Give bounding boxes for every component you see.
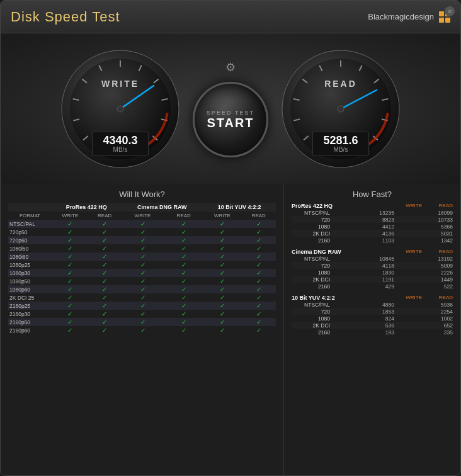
table-row: NTSC/PAL ✓ ✓ ✓ ✓ ✓ ✓ (8, 220, 276, 228)
fast-row-label: 1080 (292, 224, 333, 230)
format-label: 720p50 (8, 228, 52, 236)
read-value: 5281.6 (319, 135, 362, 146)
fast-row-read: 5009 (424, 263, 453, 269)
fast-row-read: 13192 (424, 256, 453, 262)
list-item: NTSC/PAL48805936 (292, 301, 453, 308)
write-unit: MB/s (99, 146, 142, 153)
list-item: 2K DCI536652 (292, 322, 453, 329)
fast-row-label: 1080 (292, 315, 333, 322)
start-button[interactable]: SPEED TEST START (193, 82, 268, 157)
table-row: 720p50 ✓ ✓ ✓ ✓ ✓ ✓ (8, 228, 276, 236)
fast-read-header: READ (424, 295, 453, 300)
table-row: 2160p60 ✓ ✓ ✓ ✓ ✓ ✓ (8, 326, 276, 334)
list-item: NTSC/PAL1084513192 (292, 255, 453, 262)
will-it-work-panel: Will It Work? ProRes 422 HQ Cinema DNG R… (1, 184, 284, 475)
table-row: 1080p50 ✓ ✓ ✓ ✓ ✓ ✓ (8, 277, 276, 285)
table-row: 1080i60 ✓ ✓ ✓ ✓ ✓ ✓ (8, 252, 276, 261)
fast-row-write: 10845 (363, 256, 394, 262)
fast-row-read: 522 (424, 283, 453, 290)
list-item: 2160193235 (292, 329, 453, 336)
fast-row-read: 652 (424, 322, 453, 329)
fast-row-write: 193 (363, 329, 394, 336)
fast-read-header: READ (424, 203, 453, 208)
fast-row-read: 1449 (424, 276, 453, 283)
table-row: 1080i50 ✓ ✓ ✓ ✓ ✓ ✓ (8, 244, 276, 252)
fast-group: ProRes 422 HQWRITEREADNTSC/PAL1323516099… (292, 203, 453, 244)
fast-row-label: 720 (292, 217, 333, 223)
format-label: 2160p25 (8, 302, 52, 310)
cinema-header: Cinema DNG RAW (121, 203, 203, 212)
fast-row-read: 235 (424, 329, 453, 336)
fast-group-title: Cinema DNG RAW (292, 249, 341, 255)
fast-row-read: 5366 (424, 224, 453, 230)
format-label: 2160p60 (8, 326, 52, 334)
fast-row-write: 4136 (363, 230, 394, 237)
table-row: 2160p30 ✓ ✓ ✓ ✓ ✓ ✓ (8, 310, 276, 318)
fast-row-read: 5031 (424, 230, 453, 237)
list-item: NTSC/PAL1323516099 (292, 209, 453, 216)
fast-row-write: 1103 (363, 237, 394, 244)
how-fast-content: ProRes 422 HQWRITEREADNTSC/PAL1323516099… (292, 203, 453, 336)
format-label: 2160p30 (8, 310, 52, 318)
prores-header: ProRes 422 HQ (52, 203, 121, 212)
fast-row-write: 4880 (363, 302, 394, 308)
table-row: 2K DCI 25 ✓ ✓ ✓ ✓ ✓ ✓ (8, 293, 276, 302)
list-item: 10808241002 (292, 315, 453, 322)
fast-row-label: 2160 (292, 237, 333, 244)
fast-row-read: 2254 (424, 309, 453, 315)
app-title: Disk Speed Test (11, 9, 120, 25)
brand-dot-1 (439, 11, 444, 16)
fast-row-write: 1830 (363, 269, 394, 276)
table-row: 1080p25 ✓ ✓ ✓ ✓ ✓ ✓ (8, 261, 276, 269)
format-label: 1080i50 (8, 244, 52, 252)
settings-icon[interactable]: ⚙ (225, 60, 236, 74)
fast-row-write: 824 (363, 315, 394, 322)
fast-group: 10 Bit YUV 4:2:2WRITEREADNTSC/PAL4880593… (292, 295, 453, 336)
fast-row-write: 4412 (363, 224, 394, 230)
format-col-header: FORMAT (8, 212, 52, 220)
app-window: Disk Speed Test Blackmagicdesign ✕ (0, 0, 461, 476)
how-fast-title: How Fast? (292, 190, 453, 199)
svg-point-15 (117, 106, 123, 112)
format-label: 1080i60 (8, 252, 52, 261)
table-row: 720p60 ✓ ✓ ✓ ✓ ✓ ✓ (8, 236, 276, 244)
list-item: 2K DCI11911449 (292, 276, 453, 283)
table-row: 1080p30 ✓ ✓ ✓ ✓ ✓ ✓ (8, 269, 276, 277)
format-label: 1080p25 (8, 261, 52, 269)
fast-row-label: NTSC/PAL (292, 302, 333, 308)
fast-row-read: 1002 (424, 315, 453, 322)
how-fast-panel: How Fast? ProRes 422 HQWRITEREADNTSC/PAL… (284, 184, 460, 475)
center-controls: ⚙ SPEED TEST START (193, 60, 268, 157)
fast-row-label: NTSC/PAL (292, 210, 333, 216)
fast-row-label: 720 (292, 263, 333, 269)
brand-name: Blackmagicdesign (368, 12, 434, 21)
list-item: 72018532254 (292, 308, 453, 315)
table-row: 2160p50 ✓ ✓ ✓ ✓ ✓ ✓ (8, 318, 276, 326)
list-item: 2K DCI41365031 (292, 230, 453, 237)
fast-row-label: 2K DCI (292, 322, 333, 329)
fast-row-read: 16099 (424, 210, 453, 216)
fast-row-write: 1191 (363, 276, 394, 283)
fast-row-label: 1080 (292, 269, 333, 276)
start-label-top: SPEED TEST (207, 110, 254, 116)
fast-group: Cinema DNG RAWWRITEREADNTSC/PAL108451319… (292, 249, 453, 290)
fast-write-header: WRITE (390, 249, 422, 254)
format-label: NTSC/PAL (8, 220, 52, 228)
table-row: 1080p60 ✓ ✓ ✓ ✓ ✓ ✓ (8, 285, 276, 293)
fast-row-label: NTSC/PAL (292, 256, 333, 262)
svg-text:READ: READ (324, 79, 357, 89)
fast-row-label: 2K DCI (292, 276, 333, 283)
list-item: 72041185009 (292, 262, 453, 269)
format-label: 1080p30 (8, 269, 52, 277)
format-label: 2K DCI 25 (8, 293, 52, 302)
list-item: 2160429522 (292, 283, 453, 290)
fast-row-label: 2K DCI (292, 230, 333, 237)
will-it-work-title: Will It Work? (8, 190, 276, 199)
format-label: 2160p50 (8, 318, 52, 326)
title-bar-right: Blackmagicdesign (368, 11, 450, 23)
close-button[interactable]: ✕ (445, 6, 455, 16)
fast-row-read: 2226 (424, 269, 453, 276)
list-item: 216011031342 (292, 237, 453, 244)
will-it-work-table: ProRes 422 HQ Cinema DNG RAW 10 Bit YUV … (8, 203, 276, 334)
fast-row-read: 10733 (424, 217, 453, 223)
